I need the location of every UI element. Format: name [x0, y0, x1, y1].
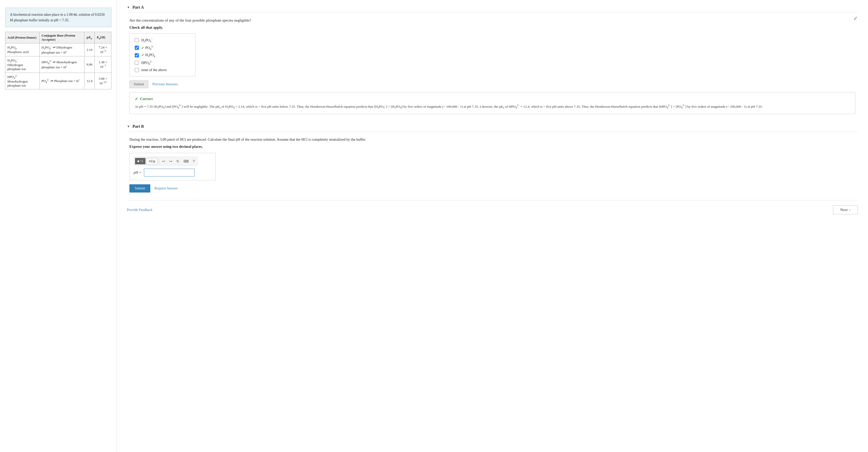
chevron-down-icon: ▼	[127, 6, 130, 9]
next-arrow-icon: ›	[849, 208, 850, 212]
ka-2: 1.38 × 10−7	[94, 56, 111, 73]
part-a-submit-button[interactable]: Submit	[129, 81, 148, 88]
part-a-section: ▼ Part A Are the concentrations of any o…	[127, 3, 858, 114]
chevron-down-icon-b: ▼	[127, 125, 130, 128]
checkbox-none[interactable]	[135, 68, 139, 72]
feedback-text: At pH = 7.35 [H3PO4] and [PO43−] will be…	[135, 103, 850, 110]
option-h3po4: ✓ H3PO4	[135, 53, 190, 58]
option-h2po4: H2PO4−	[135, 37, 190, 43]
col-header-ka: Ka(M)	[94, 32, 111, 43]
part-b-content: During the reaction, 3.00 μmol of HCl ar…	[127, 137, 858, 192]
next-button[interactable]: Next ›	[833, 205, 858, 214]
next-label: Next	[840, 208, 848, 212]
option-hpo4-label: HPO42−	[142, 60, 153, 65]
acid-3: HPO42−Monohydrogen phosphate ion	[5, 73, 40, 89]
option-h3po4-label: ✓ H3PO4	[142, 53, 155, 58]
correct-label: Correct	[140, 97, 153, 101]
checkbox-h3po4[interactable]	[135, 53, 139, 57]
math-toolbar: ■ ⁿ√ ΑΣφ ↩ ↪ ↻ ⌨ ?	[134, 157, 197, 165]
correct-feedback-box: ✓ Correct At pH = 7.35 [H3PO4] and [PO43…	[129, 92, 855, 114]
acid-1: H3PO4Phosphoric acid	[5, 43, 40, 56]
ka-3: 3.98 × 10−13	[94, 73, 111, 89]
ph-label: pH =	[134, 171, 142, 175]
table-row: HPO42−Monohydrogen phosphate ion PO43− ⇌…	[5, 73, 112, 89]
pka-1: 2.14	[85, 43, 95, 56]
table-row: H2PO4−Dihydrogen phosphate ion HPO42− ⇌ …	[5, 56, 112, 73]
toolbar-fraction-button[interactable]: ■ ⁿ√	[135, 158, 146, 164]
part-a-submit-row: Submit Previous Answers	[129, 81, 855, 88]
part-b-label: Part B	[132, 124, 144, 129]
checkbox-po4[interactable]	[135, 46, 139, 50]
part-a-check-all: Check all that apply.	[129, 25, 855, 30]
request-answer-link[interactable]: Request Answer	[154, 186, 177, 190]
option-po4: ✓ PO43−	[135, 45, 190, 50]
option-po4-label: ✓ PO43−	[142, 45, 154, 50]
acid-2: H2PO4−Dihydrogen phosphate ion	[5, 56, 40, 73]
base-1: H2PO4− ⇌ Dihydrogen phosphate ion + H+	[39, 43, 85, 56]
pka-2: 6.86	[85, 56, 95, 73]
left-panel: A biochemical reaction takes place in a …	[0, 0, 117, 452]
toolbar-help-button[interactable]: ?	[191, 158, 196, 164]
base-3: PO43− ⇌ Phosphate ion + H+	[39, 73, 85, 89]
base-2: HPO42− ⇌ Monohydrogen phosphate ion + H+	[39, 56, 85, 73]
previous-answers-link[interactable]: Previous Answers	[152, 82, 178, 86]
express-answer-text: Express your answer using two decimal pl…	[129, 145, 855, 149]
col-header-base: Conjugate Base (Proton Acceptor)	[39, 32, 85, 43]
ka-1: 7.24 × 10−3	[94, 43, 111, 56]
part-a-label: Part A	[132, 5, 144, 10]
bottom-bar: Provide Feedback Next ›	[127, 200, 858, 214]
toolbar-undo-button[interactable]: ↩	[161, 158, 167, 164]
right-panel: ✓ ▼ Part A Are the concentrations of any…	[117, 0, 868, 452]
part-a-question: Are the concentrations of any of the fou…	[129, 18, 855, 23]
col-header-pka: pKa	[85, 32, 95, 43]
part-b-submit-row: Submit Request Answer	[129, 184, 855, 192]
toolbar-redo-button[interactable]: ↪	[168, 158, 174, 164]
toolbar-symbols-button[interactable]: ΑΣφ	[147, 158, 157, 164]
option-h2po4-label: H2PO4−	[142, 37, 153, 43]
checkbox-h2po4[interactable]	[135, 38, 139, 42]
checkbox-hpo4[interactable]	[135, 61, 139, 65]
toolbar-keyboard-button[interactable]: ⌨	[182, 158, 190, 164]
math-entry-row: pH =	[134, 169, 211, 177]
completion-checkmark: ✓	[853, 15, 858, 22]
option-none-label: none of the above	[142, 68, 167, 72]
option-none: none of the above	[135, 68, 190, 72]
table-row: H3PO4Phosphoric acid H2PO4− ⇌ Dihydrogen…	[5, 43, 112, 56]
provide-feedback-link[interactable]: Provide Feedback	[127, 208, 153, 212]
math-input-container: ■ ⁿ√ ΑΣφ ↩ ↪ ↻ ⌨ ? pH =	[129, 153, 216, 180]
problem-statement: A biochemical reaction takes place in a …	[5, 8, 112, 27]
part-a-header[interactable]: ▼ Part A	[127, 3, 858, 12]
part-b-submit-button[interactable]: Submit	[129, 184, 150, 192]
part-b-section: ▼ Part B During the reaction, 3.00 μmol …	[127, 122, 858, 192]
toolbar-refresh-button[interactable]: ↻	[175, 158, 181, 164]
option-hpo4: HPO42−	[135, 60, 190, 65]
ph-input[interactable]	[144, 169, 195, 177]
options-box: H2PO4− ✓ PO43− ✓ H3PO4 HPO42− none of th…	[129, 33, 195, 77]
correct-header: ✓ Correct	[135, 96, 850, 101]
part-b-question: During the reaction, 3.00 μmol of HCl ar…	[129, 137, 855, 143]
part-b-header[interactable]: ▼ Part B	[127, 122, 858, 131]
chemistry-table: Acid (Proton Donor) Conjugate Base (Prot…	[5, 32, 112, 89]
pka-3: 12.4	[85, 73, 95, 89]
col-header-acid: Acid (Proton Donor)	[5, 32, 40, 43]
check-icon: ✓	[135, 96, 138, 101]
part-a-content: Are the concentrations of any of the fou…	[127, 18, 858, 114]
